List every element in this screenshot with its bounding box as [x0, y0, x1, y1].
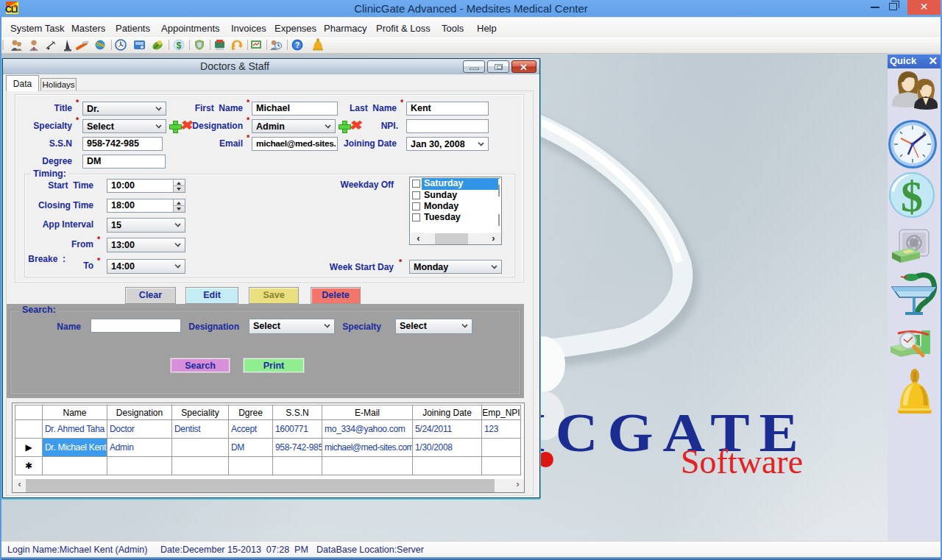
svg-text:$: $: [901, 172, 923, 221]
svg-text:$: $: [177, 40, 182, 51]
svg-text:?: ?: [295, 41, 300, 49]
